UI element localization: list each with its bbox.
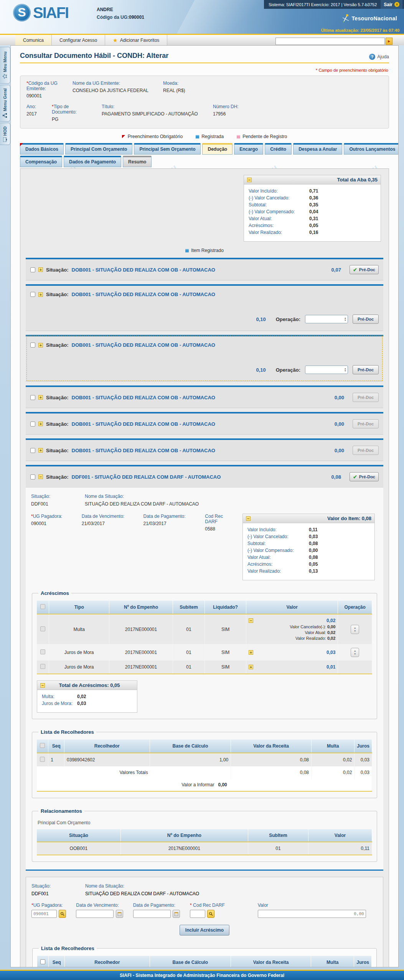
situacao-value: 0,10	[256, 367, 265, 373]
row-checkbox[interactable]	[30, 267, 35, 272]
tab-deducao[interactable]: Dedução	[202, 143, 233, 155]
menu-tab-adicionar-favoritos[interactable]: ★Adicionar Favoritos	[105, 35, 167, 45]
ddf-detail: Situação: Nome da Situação: DDF001 SITUA…	[26, 487, 383, 870]
ug-pagadora-input[interactable]	[31, 910, 57, 918]
search-icon[interactable]	[59, 910, 66, 918]
situacao-value: 0,00	[335, 395, 344, 400]
tab-encargo[interactable]: Encargo	[234, 143, 263, 155]
tab-compensacao[interactable]: Compensação	[20, 156, 62, 167]
data-pagamento-field: Data de Pagamento:	[133, 903, 180, 918]
row-checkbox[interactable]	[30, 292, 35, 297]
calendar-icon[interactable]	[173, 910, 180, 918]
data-vencimento-input[interactable]	[76, 910, 114, 918]
tab-despesa-a-anular[interactable]: Despesa a Anular	[293, 143, 342, 155]
situacao-link[interactable]: DOB001 - SITUAÇÃO DED REALIZA COM OB - A…	[72, 267, 215, 273]
incluir-acrescimo-button[interactable]: Incluir Acréscimo	[180, 925, 229, 936]
tab-resumo[interactable]: Resumo	[123, 156, 152, 167]
field-ug-emitente: *Código da UG Emitente: 090001	[26, 81, 66, 99]
expand-icon[interactable]: +	[38, 343, 43, 348]
situacao-value: 0,00	[335, 448, 344, 453]
app-header: S SIAFI ANDRE Código da UG:090001 Sistem…	[0, 0, 404, 34]
registered-icon	[185, 249, 189, 252]
field-nome-ug: Nome da UG Emitente: CONSELHO DA JUSTICA…	[73, 81, 156, 99]
cod-rec-darf-field: * Cod Rec DARF	[190, 903, 225, 918]
sidebar-tab-menu-geral[interactable]: Menu Geral	[0, 85, 10, 122]
pending-icon	[237, 135, 240, 138]
ug-pagadora-field: *UG Pagadora:	[31, 903, 66, 918]
select-all-checkbox[interactable]	[40, 959, 45, 964]
ug-value: 090001	[129, 15, 144, 20]
cod-rec-darf-input[interactable]	[190, 910, 205, 918]
calendar-icon[interactable]	[116, 910, 123, 918]
predoc-button: Pré-Doc	[353, 419, 379, 428]
data-pagamento-input[interactable]	[133, 910, 171, 918]
collapse-icon[interactable]: −	[246, 516, 251, 521]
row-checkbox[interactable]	[30, 448, 35, 453]
menu-tab-configurar-acesso[interactable]: Configurar Acesso	[52, 35, 105, 45]
expand-icon[interactable]: +	[38, 422, 43, 426]
select-all-checkbox[interactable]	[40, 743, 45, 748]
row-checkbox[interactable]	[40, 626, 45, 631]
menu-tab-comunica[interactable]: Comunica	[15, 35, 52, 45]
table-row: Juros de Mora 2017NE000001 01 SIM +0,01	[37, 660, 372, 674]
search-icon[interactable]	[207, 910, 214, 918]
operacao-select[interactable]: ▲▼	[305, 366, 348, 374]
brand-name: SIAFI	[33, 4, 68, 21]
reorder-spinner[interactable]: ▲▼	[351, 625, 359, 634]
reorder-spinner[interactable]: ▲▼	[351, 648, 359, 657]
row-checkbox[interactable]	[40, 757, 45, 762]
expand-icon[interactable]: +	[38, 267, 43, 272]
situacao-link[interactable]: DDF001 - SITUAÇÃO DED REALIZA COM DARF -…	[72, 474, 221, 480]
situacao-link[interactable]: DOB001 - SITUAÇÃO DED REALIZA COM OB - A…	[72, 292, 215, 297]
sidebar-tab-hod[interactable]: HOD	[0, 123, 10, 145]
situacao-link[interactable]: DOB001 - SITUAÇÃO DED REALIZA COM OB - A…	[72, 421, 215, 427]
valor-field: Valor	[258, 903, 366, 918]
collapse-icon[interactable]: −	[40, 683, 45, 688]
expand-icon[interactable]: +	[38, 395, 43, 400]
tab-outros-lancamentos[interactable]: Outros Lançamentos	[344, 143, 399, 155]
logout-button[interactable]: Sairx	[381, 0, 402, 9]
situacao-link[interactable]: DOB001 - SITUAÇÃO DED REALIZA COM OB - A…	[72, 342, 215, 348]
row-checkbox[interactable]	[30, 395, 35, 400]
menu-search: ▶	[275, 38, 392, 45]
help-link[interactable]: ? Ajuda	[369, 54, 389, 60]
situacao-row: + Situação: DOB001 - SITUAÇÃO DED REALIZ…	[26, 258, 383, 280]
row-checkbox[interactable]	[30, 422, 35, 427]
sidebar-tab-meu-menu[interactable]: Meu Menu	[0, 47, 10, 84]
row-checkbox[interactable]	[30, 343, 35, 348]
tab-dados-de-pagamento[interactable]: Dados de Pagamento	[64, 156, 121, 167]
tab-credito[interactable]: Crédito	[265, 143, 292, 155]
total-acrescimos-panel: − Total de Acréscimos: 0,05 Multa:0,02 J…	[37, 680, 137, 713]
recolhedores-edit-section: Lista de Recolhedores Seq Recolhedor Bas…	[32, 945, 377, 967]
predoc-button[interactable]: ✔Pré-Doc	[350, 265, 379, 274]
situacao-link[interactable]: DOB001 - SITUAÇÃO DED REALIZA COM OB - A…	[72, 448, 215, 453]
row-checkbox[interactable]	[40, 649, 45, 654]
expand-icon[interactable]: +	[38, 292, 43, 297]
tab-principal-sem-orcamento[interactable]: Principal Sem Orçamento	[134, 143, 201, 155]
collapse-icon[interactable]: −	[249, 618, 253, 623]
expand-icon[interactable]: +	[249, 665, 253, 669]
expand-icon[interactable]: +	[249, 650, 253, 655]
down-icon: ▼	[344, 319, 346, 321]
select-all-checkbox[interactable]	[40, 604, 45, 609]
search-input[interactable]	[275, 38, 385, 45]
search-go-button[interactable]: ▶	[386, 38, 392, 45]
situacao-link[interactable]: DOB001 - SITUAÇÃO DED REALIZA COM OB - A…	[72, 395, 215, 400]
edit-form: Situação: Nome da Situação: DDF001 SITUA…	[26, 877, 383, 967]
operacao-select[interactable]: ▲▼	[305, 315, 348, 323]
predoc-button: Pré-Doc	[353, 446, 379, 455]
tab-principal-com-orcamento[interactable]: Principal Com Orçamento	[65, 143, 132, 155]
row-checkbox[interactable]	[40, 664, 45, 669]
situacao-value: 0,07	[331, 267, 341, 273]
page-title: Consultar Documento Hábil - CONDH: Alter…	[20, 52, 168, 60]
tab-dados-basicos[interactable]: Dados Básicos	[20, 143, 64, 155]
collapse-icon[interactable]: −	[247, 178, 252, 182]
row-checkbox[interactable]	[30, 474, 35, 479]
expand-icon[interactable]: +	[38, 448, 43, 453]
predoc-button[interactable]: Pré-Doc	[353, 365, 379, 374]
valor-input[interactable]	[258, 910, 366, 918]
document-info-box: *Código da UG Emitente: 090001 Nome da U…	[20, 76, 389, 128]
predoc-button[interactable]: Pré-Doc	[353, 315, 379, 324]
predoc-button[interactable]: ✔Pré-Doc	[350, 472, 379, 481]
collapse-icon[interactable]: −	[38, 474, 43, 479]
